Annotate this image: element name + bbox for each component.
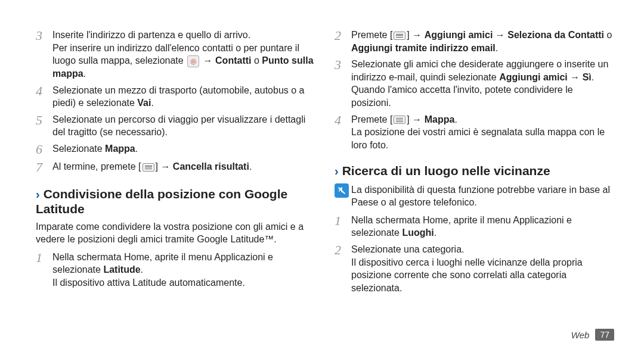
step-text: Quando l'amico accetta l'invito, potete … [351,83,614,109]
bold-text: Aggiungi amici [499,72,568,82]
step-body: Selezionate un mezzo di trasporto (autom… [52,84,315,110]
text-run: . [434,228,436,238]
bold-text: Mappa [105,144,135,154]
chevron-icon: › [36,188,40,201]
text-run: ] → [156,161,173,172]
text-run: ] → [407,30,424,40]
text-run: Nella schermata Home, aprite il menu App… [351,215,572,238]
text-run: . [151,98,153,108]
bold-text: Sì [583,72,592,82]
note-callout: La disponibilità di questa funzione potr… [335,183,614,209]
step-4: 4 Selezionate un mezzo di trasporto (aut… [36,84,315,110]
bold-text: Mappa [425,114,455,124]
right-column: 2 Premete [] → Aggiungi amici → Selezion… [335,29,614,325]
step-body: Premete [] → Aggiungi amici → Seleziona … [351,29,614,54]
footer-section: Web [571,330,590,340]
step-body: Nella schermata Home, aprite il menu App… [351,214,614,239]
menu-icon [143,163,154,172]
section-heading-latitude: ›Condivisione della posizione con Google… [36,186,315,216]
step-3: 3 Inserite l'indirizzo di partenza e que… [36,29,315,80]
bold-text: Latitude [103,264,140,275]
page-footer: Web 77 [571,329,614,341]
step-number: 4 [335,113,351,127]
text-run: . [141,264,143,275]
step-body: Al termine, premete [] → Cancella risult… [52,160,315,173]
text-run: Selezionate un mezzo di trasporto (autom… [52,85,304,108]
text-run: . [592,72,594,82]
arrow-text: → [568,72,583,82]
arrow-text: → [203,55,215,66]
step-text: Selezionate gli amici che desiderate agg… [351,58,614,83]
step-rb2: 2 Selezionate una categoria. Il disposit… [335,243,614,294]
bold-text: Luoghi [402,228,434,238]
bold-text: Contatti [215,55,251,66]
heading-text: Ricerca di un luogo nelle vicinanze [342,164,550,177]
step-number: 2 [335,243,351,257]
step-body: Selezionate un percorso di viaggio per v… [52,113,315,139]
text-run: ] → [407,114,424,124]
text-run: . [249,161,252,172]
text-run: Selezionate [52,144,105,154]
step-text: Selezionate Mappa. [52,142,315,155]
step-text: Il dispositivo attiva Latitude automatic… [52,276,315,289]
step-body: Nella schermata Home, aprite il menu App… [52,251,315,289]
step-number: 5 [36,113,52,127]
step-6: 6 Selezionate Mappa. [36,142,315,157]
menu-icon [394,116,405,124]
step-number: 2 [335,29,351,43]
step-number: 3 [36,29,52,43]
text-run: Nella schermata Home, aprite il menu App… [52,252,273,275]
step-body: Selezionate Mappa. [52,142,315,155]
step-r3: 3 Selezionate gli amici che desiderate a… [335,58,614,109]
step-r2: 2 Premete [] → Aggiungi amici → Selezion… [335,29,614,54]
heading-text: Condivisione della posizione con Google … [36,187,287,216]
text-run: . [454,114,457,124]
step-text: Premete [] → Mappa. [351,113,614,126]
step-text: Al termine, premete [] → Cancella risult… [52,160,315,173]
chevron-icon: › [335,164,339,177]
step-text: Selezionate una categoria. [351,243,614,256]
bold-text: Aggiungi amici [425,30,493,40]
bold-text: Seleziona da Contatti [507,30,604,40]
step-number: 4 [36,84,52,98]
section-intro: Imparate come condividere la vostra posi… [36,220,315,246]
note-text: La disponibilità di questa funzione potr… [351,183,614,209]
step-text: Nella schermata Home, aprite il menu App… [52,251,315,276]
pin-icon: ◎ [187,55,199,67]
arrow-text: → [493,30,507,40]
text-run: . [83,68,86,79]
step-7: 7 Al termine, premete [] → Cancella risu… [36,160,315,174]
step-text: Selezionate un percorso di viaggio per v… [52,113,315,139]
step-number: 1 [36,251,52,265]
step-number: 7 [36,160,52,174]
text-run: Premete [ [351,30,392,40]
text-run: o [254,55,262,66]
step-5: 5 Selezionate un percorso di viaggio per… [36,113,315,139]
step-text: Nella schermata Home, aprite il menu App… [351,214,614,239]
step-text: La posizione dei vostri amici è segnalat… [351,126,614,151]
text-run: o [604,30,612,40]
left-column: 3 Inserite l'indirizzo di partenza e que… [36,29,315,325]
step-b1: 1 Nella schermata Home, aprite il menu A… [36,251,315,289]
document-page: 3 Inserite l'indirizzo di partenza e que… [0,0,644,349]
text-run: . [496,43,498,53]
step-number: 6 [36,142,52,157]
step-text: Inserite l'indirizzo di partenza e quell… [52,29,315,42]
page-number: 77 [595,329,614,341]
step-text: Il dispositivo cerca i luoghi nelle vici… [351,256,614,295]
step-body: Selezionate una categoria. Il dispositiv… [351,243,614,294]
step-body: Inserite l'indirizzo di partenza e quell… [52,29,315,80]
bold-text: Aggiungi tramite indirizzo email [351,43,496,53]
step-r4: 4 Premete [] → Mappa. La posizione dei v… [335,113,614,152]
step-number: 1 [335,214,351,228]
text-run: Premete [ [351,114,392,124]
section-heading-ricerca: ›Ricerca di un luogo nelle vicinanze [335,163,614,178]
note-icon [335,183,351,198]
step-number: 3 [335,58,351,72]
bold-text: Cancella risultati [173,161,249,172]
step-text: Per inserire un indirizzo dall'elenco co… [52,42,315,80]
text-run: . [135,144,138,154]
step-text: Selezionate un mezzo di trasporto (autom… [52,84,315,110]
menu-icon [394,32,405,40]
step-body: Premete [] → Mappa. La posizione dei vos… [351,113,614,152]
